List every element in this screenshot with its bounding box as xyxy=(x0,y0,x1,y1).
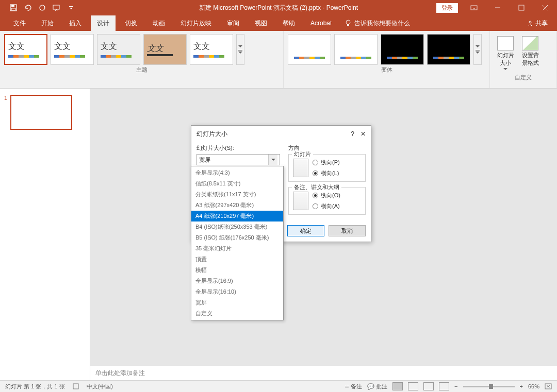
radio-landscape-notes[interactable]: 横向(A) xyxy=(313,202,340,210)
dropdown-item[interactable]: 横幅 xyxy=(191,265,283,276)
svg-rect-16 xyxy=(73,384,78,389)
tab-home[interactable]: 开始 xyxy=(35,15,60,31)
dropdown-item[interactable]: 自定义 xyxy=(191,308,283,319)
theme-thumb[interactable]: 文文 xyxy=(97,34,140,65)
radio-label: 横向(L) xyxy=(321,169,339,177)
tab-insert[interactable]: 插入 xyxy=(63,15,88,31)
notes-pane[interactable]: 单击此处添加备注 xyxy=(90,366,557,380)
view-slideshow-button[interactable] xyxy=(439,382,449,390)
theme-text: 文文 xyxy=(8,41,25,52)
svg-rect-8 xyxy=(519,5,524,10)
themes-label: 主题 xyxy=(4,65,279,74)
redo-button[interactable] xyxy=(36,2,48,14)
tab-animations[interactable]: 动画 xyxy=(146,15,171,31)
tab-view[interactable]: 视图 xyxy=(249,15,273,31)
slide-item[interactable]: 1 xyxy=(4,95,86,130)
accessibility-icon[interactable] xyxy=(72,383,79,390)
zoom-in-button[interactable]: + xyxy=(520,383,523,389)
theme-thumb[interactable]: 文文 xyxy=(143,34,187,65)
slide-thumbnail[interactable] xyxy=(10,95,72,130)
themes-more-button[interactable] xyxy=(236,34,244,65)
tab-slideshow[interactable]: 幻灯片放映 xyxy=(174,15,218,31)
dropdown-item[interactable]: 分类帐纸张(11x17 英寸) xyxy=(191,189,283,200)
customize-group: 幻灯片大小 设置背景格式 自定义 xyxy=(490,31,557,88)
statusbar: 幻灯片 第 1 张，共 1 张 中文(中国) ≐ 备注 💬 批注 − + 66% xyxy=(0,380,557,392)
dropdown-item[interactable]: 顶置 xyxy=(191,254,283,265)
ribbon-options-button[interactable] xyxy=(462,0,486,15)
bg-format-icon xyxy=(522,36,538,50)
theme-thumb[interactable]: 文文 xyxy=(4,34,47,65)
dialog-close-button[interactable]: ✕ xyxy=(361,130,366,138)
variant-thumb[interactable] xyxy=(381,34,424,65)
view-sorter-button[interactable] xyxy=(408,382,418,390)
dropdown-item[interactable]: 宽屏 xyxy=(191,297,283,308)
dropdown-item[interactable]: 全屏显示(4:3) xyxy=(191,167,283,178)
dropdown-item[interactable]: 35 毫米幻灯片 xyxy=(191,243,283,254)
save-button[interactable] xyxy=(7,2,20,14)
svg-rect-1 xyxy=(11,5,14,7)
window-title: 新建 Microsoft PowerPoint 演示文稿 (2).pptx - … xyxy=(199,4,358,12)
undo-button[interactable] xyxy=(22,2,34,14)
theme-thumb[interactable]: 文文 xyxy=(51,34,94,65)
minimize-button[interactable] xyxy=(486,0,510,15)
fit-window-button[interactable] xyxy=(545,383,552,389)
dropdown-item[interactable]: 全屏显示(16:9) xyxy=(191,276,283,286)
quick-access-toolbar xyxy=(0,2,77,14)
share-button[interactable]: 共享 xyxy=(527,19,548,28)
radio-portrait-notes[interactable]: 纵向(O) xyxy=(313,192,340,199)
status-notes-button[interactable]: ≐ 备注 xyxy=(345,383,362,390)
ok-button[interactable]: 确定 xyxy=(287,225,324,236)
notes-group-title: 备注、讲义和大纲 xyxy=(292,183,341,191)
theme-text: 文文 xyxy=(101,41,117,52)
slide-size-button[interactable]: 幻灯片大小 xyxy=(494,34,517,73)
maximize-button[interactable] xyxy=(510,0,533,15)
radio-portrait-slides[interactable]: 纵向(P) xyxy=(313,159,340,166)
dropdown-item[interactable]: A4 纸张(210x297 毫米) xyxy=(191,211,283,221)
view-reading-button[interactable] xyxy=(423,382,434,390)
dropdown-item[interactable]: B5 (ISO) 纸张(176x250 毫米) xyxy=(191,232,283,243)
tab-file[interactable]: 文件 xyxy=(7,15,32,31)
dropdown-item[interactable]: 信纸(8.5x11 英寸) xyxy=(191,178,283,189)
tab-design[interactable]: 设计 xyxy=(91,15,116,31)
svg-rect-14 xyxy=(238,50,242,50)
qat-customize-button[interactable] xyxy=(65,2,77,14)
radio-landscape-slides[interactable]: 横向(L) xyxy=(313,169,340,177)
dialog-help-button[interactable]: ? xyxy=(351,130,354,138)
view-normal-button[interactable] xyxy=(392,382,403,390)
zoom-out-button[interactable]: − xyxy=(454,383,457,389)
variants-group: 变体 xyxy=(284,31,490,88)
svg-point-11 xyxy=(346,20,350,24)
slides-group-title: 幻灯片 xyxy=(292,150,313,158)
variants-gallery xyxy=(288,34,485,65)
theme-thumb[interactable]: 文文 xyxy=(190,34,233,65)
radio-icon xyxy=(313,160,318,165)
start-slideshow-button[interactable] xyxy=(51,2,63,14)
bg-format-button[interactable]: 设置背景格式 xyxy=(519,34,542,73)
variant-thumb[interactable] xyxy=(288,34,331,65)
tab-transitions[interactable]: 切换 xyxy=(119,15,143,31)
dialog-title: 幻灯片大小 xyxy=(196,130,227,139)
tab-review[interactable]: 审阅 xyxy=(221,15,245,31)
tab-acrobat[interactable]: Acrobat xyxy=(304,15,338,31)
zoom-slider[interactable] xyxy=(463,386,515,387)
variant-thumb[interactable] xyxy=(427,34,470,65)
size-combo[interactable]: 宽屏 xyxy=(196,154,280,165)
dropdown-item[interactable]: A3 纸张(297x420 毫米) xyxy=(191,200,283,211)
radio-icon xyxy=(313,171,318,176)
login-button[interactable]: 登录 xyxy=(436,3,458,13)
status-right: ≐ 备注 💬 批注 − + 66% xyxy=(345,382,552,390)
variant-thumb[interactable] xyxy=(334,34,378,65)
status-lang[interactable]: 中文(中国) xyxy=(87,383,113,390)
tell-me[interactable]: 告诉我你想要做什么 xyxy=(345,19,410,28)
status-comments-button[interactable]: 💬 批注 xyxy=(367,383,387,390)
variants-more-button[interactable] xyxy=(473,34,482,65)
tab-help[interactable]: 帮助 xyxy=(276,15,301,31)
dropdown-item[interactable]: 全屏显示(16:10) xyxy=(191,286,283,297)
cancel-button[interactable]: 取消 xyxy=(329,225,366,236)
slides-orientation-group: 幻灯片 纵向(P) 横向(L) xyxy=(288,154,366,182)
zoom-value[interactable]: 66% xyxy=(528,383,539,389)
ribbon-content: 文文 文文 文文 文文 文文 主题 变体 幻灯片大小 设置背 xyxy=(0,31,557,89)
dropdown-item[interactable]: B4 (ISO)纸张(250x353 毫米) xyxy=(191,221,283,232)
close-button[interactable] xyxy=(533,0,557,15)
radio-icon xyxy=(313,203,318,209)
